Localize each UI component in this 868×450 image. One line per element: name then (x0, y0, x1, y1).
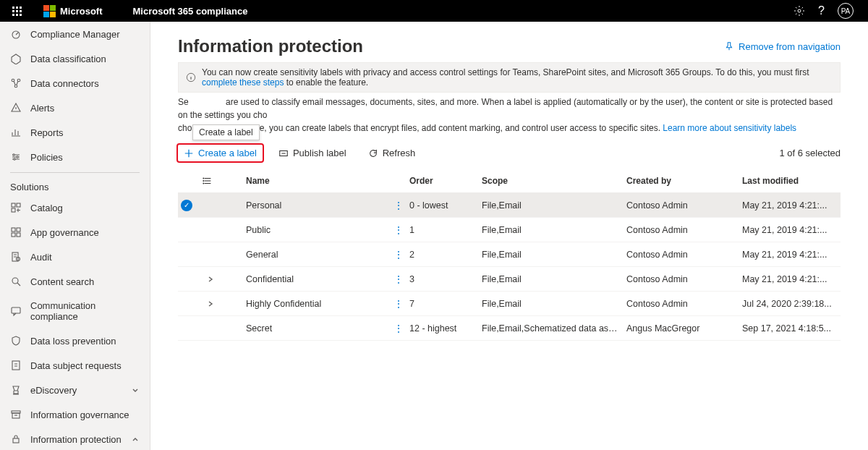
row-order: 12 - highest (407, 319, 479, 338)
row-modified: Jul 24, 2020 2:39:18... (739, 294, 841, 313)
row-name: Highly Confidential (243, 294, 391, 313)
warning-icon (10, 102, 22, 114)
col-modified[interactable]: Last modified (739, 171, 841, 190)
selection-count: 1 of 6 selected (779, 148, 841, 158)
row-menu-button[interactable]: ⋮ (391, 221, 407, 239)
row-order: 1 (407, 221, 479, 239)
svg-rect-12 (17, 228, 20, 232)
chevron-right-icon[interactable] (203, 300, 218, 308)
col-createdby[interactable]: Created by (624, 171, 739, 190)
sidebar-item-data-loss-prevention[interactable]: Data loss prevention (0, 328, 150, 353)
svg-point-5 (13, 154, 14, 156)
table-row[interactable]: Confidential ⋮ 3 File,Email Contoso Admi… (178, 267, 841, 292)
row-createdby: Angus MacGregor (624, 319, 739, 338)
row-order: 0 - lowest (407, 196, 479, 215)
col-order[interactable]: Order (407, 171, 479, 190)
main-content: Information protection Remove from navig… (150, 22, 868, 450)
row-scope: File,Email (479, 294, 624, 313)
publish-label-button[interactable]: Publish label (273, 145, 352, 161)
col-name[interactable]: Name (243, 171, 391, 190)
sidebar-item-information-governance[interactable]: Information governance (0, 402, 150, 427)
table-row[interactable]: Public ⋮ 1 File,Email Contoso Admin May … (178, 218, 841, 242)
chevron-right-icon[interactable] (203, 275, 218, 284)
chat-icon (10, 305, 22, 317)
ms-logo[interactable]: Microsoft (43, 5, 103, 17)
shield-icon (10, 335, 22, 347)
svg-point-0 (798, 9, 801, 12)
labels-table: Name Order Scope Created by Last modifie… (178, 169, 841, 341)
remove-nav-button[interactable]: Remove from navigation (724, 41, 841, 52)
row-scope: File,Email (479, 245, 624, 264)
learn-more-link[interactable]: Learn more about sensitivity labels (663, 123, 796, 133)
row-name: Public (243, 221, 391, 239)
row-menu-button[interactable]: ⋮ (391, 270, 407, 289)
row-name: Confidential (243, 270, 391, 289)
help-icon[interactable]: ? (818, 4, 825, 17)
publish-icon (278, 148, 289, 158)
checkmark-icon[interactable]: ✓ (181, 200, 192, 211)
svg-point-4 (14, 85, 17, 88)
avatar[interactable]: PA (838, 3, 854, 19)
connector-icon (10, 77, 22, 89)
request-icon (10, 360, 22, 371)
svg-point-27 (203, 183, 204, 184)
col-scope[interactable]: Scope (479, 171, 624, 190)
row-scope: File,Email (479, 270, 624, 289)
sidebar-item-policies[interactable]: Policies (0, 145, 150, 169)
svg-rect-22 (13, 438, 19, 443)
row-modified: Sep 17, 2021 4:18:5... (739, 319, 841, 338)
table-row[interactable]: Secret ⋮ 12 - highest File,Email,Schemat… (178, 316, 841, 341)
reorder-icon[interactable] (200, 171, 221, 190)
info-bar: You can now create sensitivity labels wi… (178, 62, 841, 93)
row-createdby: Contoso Admin (624, 196, 739, 215)
svg-rect-18 (12, 307, 20, 313)
chart-icon (10, 127, 22, 138)
table-row[interactable]: ✓ Personal ⋮ 0 - lowest File,Email Conto… (178, 193, 841, 218)
create-label-button[interactable]: Create a label (178, 145, 263, 161)
sidebar-item-information-protection[interactable]: Information protection (0, 427, 150, 450)
row-menu-button[interactable]: ⋮ (391, 196, 407, 215)
solutions-header: Solutions (0, 176, 150, 195)
gavel-icon (10, 384, 22, 396)
sidebar-item-ediscovery[interactable]: eDiscovery (0, 378, 150, 402)
sidebar-item-communication-compliance[interactable]: Communication compliance (0, 294, 150, 328)
app-launcher[interactable] (6, 0, 27, 22)
sidebar-item-data-connectors[interactable]: Data connectors (0, 71, 150, 95)
sidebar-item-reports[interactable]: Reports (0, 120, 150, 145)
table-row[interactable]: General ⋮ 2 File,Email Contoso Admin May… (178, 242, 841, 267)
row-modified: May 21, 2019 4:21:... (739, 270, 841, 289)
sidebar-item-compliance-manager[interactable]: Compliance Manager (0, 22, 150, 46)
unpin-icon (724, 41, 734, 51)
sidebar-item-catalog[interactable]: Catalog (0, 195, 150, 220)
settings-icon (10, 151, 22, 163)
svg-rect-9 (17, 203, 20, 207)
svg-point-6 (17, 156, 18, 158)
sidebar-item-content-search[interactable]: Content search (0, 269, 150, 294)
page-title: Information protection (178, 36, 363, 56)
row-order: 2 (407, 245, 479, 264)
row-menu-button[interactable]: ⋮ (391, 245, 407, 264)
row-order: 7 (407, 294, 479, 313)
speedometer-icon (10, 28, 22, 40)
row-menu-button[interactable]: ⋮ (391, 319, 407, 338)
row-menu-button[interactable]: ⋮ (391, 294, 407, 313)
sidebar-item-data-subject-requests[interactable]: Data subject requests (0, 353, 150, 378)
sidebar-item-audit[interactable]: Audit (0, 245, 150, 269)
row-modified: May 21, 2019 4:21:... (739, 245, 841, 264)
chevron-up-icon (131, 435, 140, 443)
refresh-button[interactable]: Refresh (362, 145, 422, 161)
svg-point-25 (203, 178, 204, 179)
description: Sexxxxxxxx are used to classify email me… (178, 95, 841, 135)
complete-steps-link[interactable]: complete these steps (202, 77, 284, 88)
suite-name: Microsoft 365 compliance (133, 6, 248, 17)
svg-rect-14 (17, 233, 20, 237)
sidebar-item-data-classification[interactable]: Data classification (0, 46, 150, 71)
gear-icon[interactable] (793, 5, 805, 17)
row-order: 3 (407, 270, 479, 289)
table-row[interactable]: Highly Confidential ⋮ 7 File,Email Conto… (178, 292, 841, 316)
row-createdby: Contoso Admin (624, 270, 739, 289)
sidebar-item-app-governance[interactable]: App governance (0, 220, 150, 245)
row-name: Personal (243, 196, 391, 215)
catalog-icon (10, 202, 22, 213)
sidebar-item-alerts[interactable]: Alerts (0, 95, 150, 120)
